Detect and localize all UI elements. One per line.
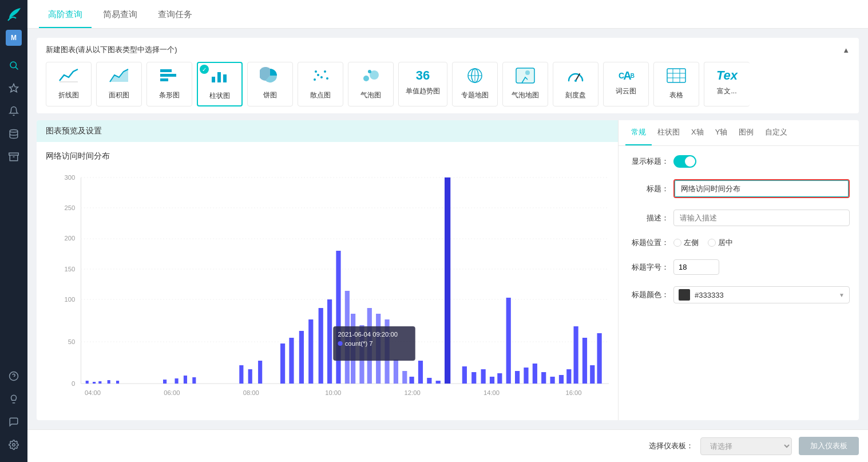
- sidebar-item-chat[interactable]: [2, 412, 25, 432]
- title-input[interactable]: [675, 180, 849, 197]
- barh-chart-label: 条形图: [159, 90, 180, 100]
- chart-types-grid: 折线图 面积图 条形图 ✓: [46, 62, 850, 106]
- chart-type-line[interactable]: 折线图: [46, 62, 92, 106]
- svg-rect-73: [258, 361, 262, 384]
- wordcloud-chart-label: 词云图: [616, 86, 636, 96]
- bubble-chart-label: 气泡图: [360, 90, 381, 100]
- area-chart-label: 面积图: [109, 90, 129, 100]
- svg-marker-2: [10, 84, 18, 92]
- svg-rect-107: [574, 326, 578, 384]
- main-content: 高阶查询 简易查询 查询任务 新建图表(请从以下图表类型中选择一个) ▲ 折线图: [27, 0, 868, 462]
- richtext-chart-icon: Tex: [716, 67, 738, 84]
- chart-type-table[interactable]: 表格: [653, 62, 699, 106]
- tab-x-axis[interactable]: X轴: [685, 120, 710, 145]
- svg-rect-92: [436, 381, 441, 384]
- svg-text:300: 300: [64, 174, 75, 181]
- heatmap-chart-label: 气泡地图: [512, 90, 539, 100]
- chart-type-bubble[interactable]: 气泡图: [348, 62, 394, 106]
- svg-rect-102: [533, 364, 537, 384]
- color-label: 标题颜色：: [628, 290, 669, 300]
- tab-simple-query[interactable]: 简易查询: [94, 9, 146, 28]
- chart-type-header: 新建图表(请从以下图表类型中选择一个) ▲: [46, 45, 850, 55]
- gauge-chart-label: 刻度盘: [565, 90, 586, 100]
- collapse-icon[interactable]: ▲: [842, 46, 850, 54]
- radio-left-label: 左侧: [684, 238, 699, 248]
- chart-type-pie[interactable]: 饼图: [247, 62, 293, 106]
- user-avatar[interactable]: M: [6, 30, 22, 46]
- sidebar-item-search[interactable]: [2, 55, 25, 76]
- dashboard-select[interactable]: 请选择: [700, 437, 792, 455]
- tab-query-tasks[interactable]: 查询任务: [149, 9, 201, 28]
- desc-input[interactable]: [673, 210, 850, 226]
- chart-type-wordcloud[interactable]: CAB 词云图: [603, 62, 649, 106]
- svg-rect-110: [597, 333, 602, 384]
- sidebar-item-question[interactable]: [2, 366, 25, 386]
- svg-rect-62: [86, 381, 89, 384]
- svg-text:count(*)  7: count(*) 7: [345, 340, 373, 347]
- wordcloud-chart-icon: CAB: [619, 67, 633, 84]
- fontsize-input[interactable]: [673, 259, 719, 275]
- bar-chart-icon: [209, 68, 230, 89]
- bottom-bar: 选择仪表板： 请选择 加入仪表板: [27, 429, 868, 462]
- add-to-dashboard-button[interactable]: 加入仪表板: [799, 437, 859, 455]
- sidebar: M: [0, 0, 27, 462]
- chart-type-trend[interactable]: 36 单值趋势图: [398, 62, 447, 106]
- tab-custom[interactable]: 自定义: [759, 120, 793, 145]
- selected-check-icon: ✓: [200, 65, 209, 74]
- chart-type-geo[interactable]: 专题地图: [452, 62, 498, 106]
- pie-chart-icon: [260, 67, 280, 88]
- title-row: 标题：: [628, 179, 850, 198]
- svg-text:0: 0: [72, 380, 75, 387]
- svg-point-21: [324, 70, 326, 73]
- svg-rect-65: [108, 380, 110, 384]
- chart-type-scatter[interactable]: 散点图: [298, 62, 343, 106]
- preview-header: 图表预览及设置: [37, 120, 618, 142]
- svg-rect-101: [524, 368, 528, 384]
- chart-type-heatmap[interactable]: 气泡地图: [502, 62, 548, 106]
- svg-rect-77: [308, 319, 313, 384]
- sidebar-item-bell[interactable]: [2, 101, 25, 121]
- tab-y-axis[interactable]: Y轴: [710, 120, 734, 145]
- svg-point-113: [338, 341, 342, 346]
- app-logo: [5, 5, 23, 23]
- pie-chart-label: 饼图: [263, 90, 277, 100]
- svg-text:12:00: 12:00: [405, 389, 421, 396]
- chart-container: 300 250 200 150 100 50 0: [46, 166, 609, 406]
- chart-type-gauge[interactable]: 刻度盘: [553, 62, 599, 106]
- color-selector[interactable]: #333333 ▼: [673, 286, 850, 303]
- svg-text:08:00: 08:00: [243, 389, 259, 396]
- svg-rect-100: [515, 371, 520, 384]
- chart-type-barh[interactable]: 条形图: [146, 62, 192, 106]
- radio-center[interactable]: 居中: [708, 238, 733, 248]
- radio-left[interactable]: 左侧: [673, 238, 699, 248]
- radio-left-circle: [673, 239, 681, 247]
- svg-rect-103: [541, 372, 546, 384]
- desc-label: 描述：: [628, 213, 669, 223]
- sidebar-item-database[interactable]: [2, 124, 25, 144]
- svg-rect-106: [566, 369, 571, 384]
- svg-rect-35: [667, 69, 685, 82]
- tab-general[interactable]: 常规: [625, 120, 652, 145]
- show-title-toggle[interactable]: [673, 155, 696, 168]
- svg-rect-14: [160, 78, 168, 81]
- svg-text:100: 100: [64, 296, 75, 303]
- svg-rect-91: [427, 378, 431, 384]
- tab-chart-bar[interactable]: 柱状图: [652, 120, 685, 145]
- chart-type-bar[interactable]: ✓ 柱状图: [197, 62, 243, 106]
- sidebar-item-box[interactable]: [2, 147, 25, 167]
- dashboard-label: 选择仪表板：: [649, 441, 693, 451]
- svg-rect-63: [93, 382, 96, 384]
- svg-rect-90: [418, 361, 423, 384]
- svg-rect-87: [394, 360, 398, 384]
- tab-legend[interactable]: 图例: [733, 120, 759, 145]
- svg-point-23: [315, 70, 317, 73]
- sidebar-item-settings[interactable]: [2, 435, 25, 455]
- chart-type-richtext[interactable]: Tex 富文...: [704, 62, 750, 106]
- tab-advanced-query[interactable]: 高阶查询: [39, 9, 92, 28]
- chart-type-area[interactable]: 面积图: [96, 62, 142, 106]
- sidebar-item-bulb[interactable]: [2, 389, 25, 409]
- title-position-row: 标题位置： 左侧 居中: [628, 238, 850, 248]
- sidebar-item-star[interactable]: [2, 78, 25, 98]
- svg-point-19: [317, 74, 319, 76]
- svg-text:06:00: 06:00: [164, 389, 180, 396]
